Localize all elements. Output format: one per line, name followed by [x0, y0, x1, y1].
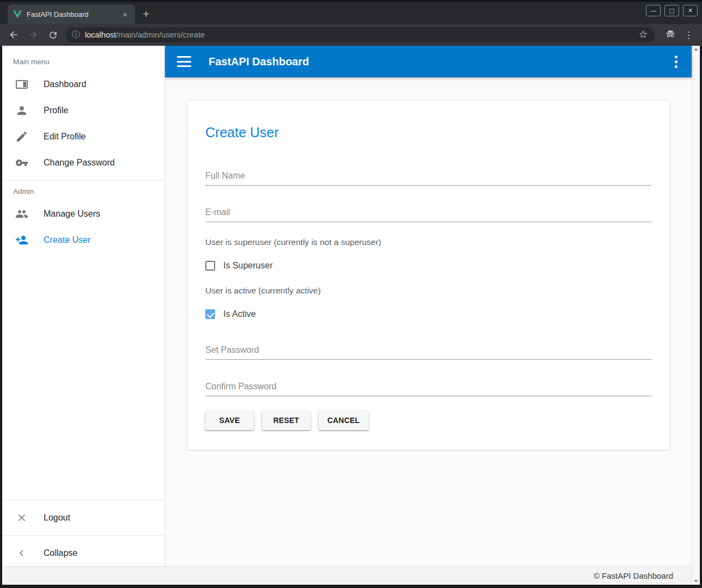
superuser-checkbox-label: Is Superuser [223, 261, 273, 271]
sidebar-divider [2, 535, 164, 536]
sidebar-section-main-menu: Main menu [2, 56, 164, 71]
sidebar-divider [2, 500, 164, 500]
browser-window: FastAPI Dashboard × + — ▢ ✕ ⓘ localhost/… [0, 0, 702, 588]
superuser-hint: User is superuser (currently is not a su… [205, 237, 651, 247]
browser-menu-icon[interactable]: ⋮ [684, 29, 693, 41]
sidebar-item-label: Profile [44, 106, 68, 115]
toolbar-right-group: ⋮ [660, 28, 695, 42]
window-close-button[interactable]: ✕ [683, 5, 698, 16]
active-hint: User is active (currently active) [205, 286, 651, 296]
back-button[interactable] [7, 28, 21, 42]
tab-strip: FastAPI Dashboard × + — ▢ ✕ [0, 0, 702, 24]
sidebar-item-collapse[interactable]: Collapse [2, 540, 164, 566]
new-tab-button[interactable]: + [143, 8, 149, 20]
sidebar-item-logout[interactable]: Logout [2, 505, 164, 531]
confirm-password-field-wrap [205, 379, 651, 396]
url-host: localhost [85, 30, 116, 39]
confirm-password-input[interactable] [205, 379, 651, 396]
reload-button[interactable] [46, 28, 60, 42]
sidebar-item-label: Change Password [44, 158, 115, 168]
sidebar-item-change-password[interactable]: Change Password [2, 150, 164, 176]
sidebar-item-label: Collapse [44, 548, 77, 558]
sidebar-item-label: Create User [44, 235, 90, 245]
full-name-input[interactable] [205, 169, 651, 186]
vertical-scrollbar[interactable] [692, 46, 700, 585]
vue-logo-icon [13, 10, 22, 19]
sidebar-item-label: Edit Profile [44, 132, 86, 142]
sidebar-item-profile[interactable]: Profile [2, 97, 164, 124]
sidebar-item-manage-users[interactable]: Manage Users [2, 201, 164, 227]
chevron-left-icon [15, 547, 28, 560]
browser-toolbar: ⓘ localhost/main/admin/users/create ⋮ [0, 24, 702, 46]
tab-title: FastAPI Dashboard [27, 10, 115, 19]
key-icon [15, 156, 28, 169]
superuser-checkbox[interactable] [205, 261, 215, 271]
page-title: Create User [205, 125, 651, 140]
email-field-wrap [205, 205, 651, 222]
url-text: localhost/main/admin/users/create [85, 30, 205, 39]
person-icon [15, 104, 28, 117]
main-area: FastAPI Dashboard Create User [165, 46, 692, 566]
minimize-button[interactable]: — [646, 5, 661, 16]
reset-button[interactable]: RESET [262, 411, 310, 430]
menu-hamburger-icon[interactable] [177, 56, 191, 67]
app-bar: FastAPI Dashboard [165, 46, 692, 77]
sidebar-item-label: Dashboard [44, 79, 86, 89]
create-user-card: Create User User is superuser (currently… [187, 100, 670, 450]
person-add-icon [15, 234, 28, 247]
superuser-checkbox-row[interactable]: Is Superuser [205, 261, 651, 271]
sidebar-item-label: Logout [44, 513, 70, 523]
page-footer: © FastAPI Dashboard [2, 566, 692, 585]
appbar-more-icon[interactable] [669, 52, 683, 71]
tab-close-icon[interactable]: × [120, 10, 130, 19]
sidebar-item-create-user[interactable]: Create User [2, 227, 164, 253]
page-info-icon[interactable]: ⓘ [72, 30, 80, 40]
full-name-field-wrap [205, 169, 651, 186]
address-bar[interactable]: ⓘ localhost/main/admin/users/create [65, 27, 655, 42]
url-path: /main/admin/users/create [116, 30, 205, 39]
active-checkbox-row[interactable]: Is Active [205, 309, 651, 319]
active-checkbox[interactable] [205, 309, 215, 319]
active-checkbox-label: Is Active [223, 309, 256, 319]
browser-tab[interactable]: FastAPI Dashboard × [8, 4, 135, 24]
password-field-wrap [205, 343, 651, 360]
forward-button[interactable] [26, 28, 40, 42]
sidebar-item-label: Manage Users [44, 209, 100, 219]
sidebar: Main menu Dashboard Profile [2, 46, 165, 566]
sidebar-divider [2, 180, 164, 181]
app-title: FastAPI Dashboard [209, 56, 309, 68]
close-icon [15, 511, 28, 524]
copyright-text: © FastAPI Dashboard [594, 571, 673, 580]
set-password-input[interactable] [205, 343, 651, 360]
content: Create User User is superuser (currently… [165, 77, 692, 566]
cancel-button[interactable]: CANCEL [319, 411, 369, 430]
maximize-button[interactable]: ▢ [664, 5, 679, 16]
scrollbar-up-icon[interactable] [694, 48, 698, 51]
form-buttons: SAVE RESET CANCEL [205, 411, 651, 430]
sidebar-item-edit-profile[interactable]: Edit Profile [2, 124, 164, 150]
group-icon [15, 207, 28, 220]
scrollbar-down-icon[interactable] [694, 580, 698, 583]
window-controls: — ▢ ✕ [646, 5, 698, 16]
email-input[interactable] [205, 205, 651, 222]
save-button[interactable]: SAVE [205, 411, 254, 430]
sidebar-section-admin: Admin [2, 185, 164, 201]
pencil-icon [15, 130, 28, 143]
page: Main menu Dashboard Profile [2, 46, 700, 585]
bookmark-star-icon[interactable] [638, 29, 648, 41]
sidebar-item-dashboard[interactable]: Dashboard [2, 71, 164, 97]
dashboard-icon [15, 78, 28, 91]
incognito-icon [664, 28, 676, 42]
